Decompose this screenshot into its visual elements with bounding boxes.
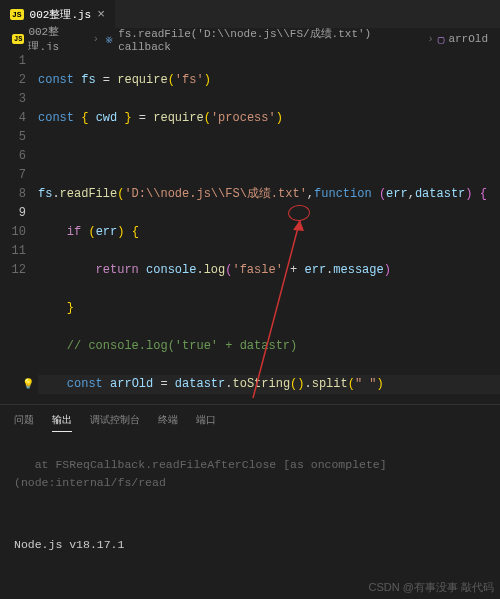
breadcrumb-seg1: fs.readFile('D:\\node.js\\FS/成绩.txt') ca…: [118, 26, 423, 53]
watermark: CSDN @有事没事 敲代码: [369, 580, 494, 595]
js-icon: JS: [12, 34, 24, 44]
lightbulb-icon[interactable]: 💡: [22, 375, 34, 394]
tab-ports[interactable]: 端口: [196, 409, 216, 432]
variable-icon: ▢: [438, 33, 445, 46]
tab-debug[interactable]: 调试控制台: [90, 409, 140, 432]
chevron-right-icon: ›: [93, 33, 100, 45]
tab-output[interactable]: 输出: [52, 409, 72, 432]
close-icon[interactable]: ×: [97, 7, 105, 22]
tab-terminal[interactable]: 终端: [158, 409, 178, 432]
tab-filename: 002整理.js: [30, 7, 92, 22]
chevron-right-icon: ›: [427, 33, 434, 45]
annotation-circle: [287, 204, 310, 222]
output-line: at FSReqCallback.readFileAfterClose [as …: [14, 456, 486, 492]
breadcrumb[interactable]: JS 002整理.js › ⨳ fs.readFile('D:\\node.js…: [0, 28, 500, 50]
tab-problems[interactable]: 问题: [14, 409, 34, 432]
active-line: 💡 const arrOld = datastr.toString().spli…: [38, 375, 500, 394]
terminal-output[interactable]: at FSReqCallback.readFileAfterClose [as …: [0, 432, 500, 599]
js-icon: JS: [10, 9, 24, 20]
panel-tabs: 问题 输出 调试控制台 终端 端口: [0, 405, 500, 432]
breadcrumb-seg2: arrOld: [448, 33, 488, 45]
method-icon: ⨳: [103, 33, 114, 46]
output-line: Node.js v18.17.1: [14, 536, 486, 554]
output-panel: 问题 输出 调试控制台 终端 端口 at FSReqCallback.readF…: [0, 404, 500, 599]
